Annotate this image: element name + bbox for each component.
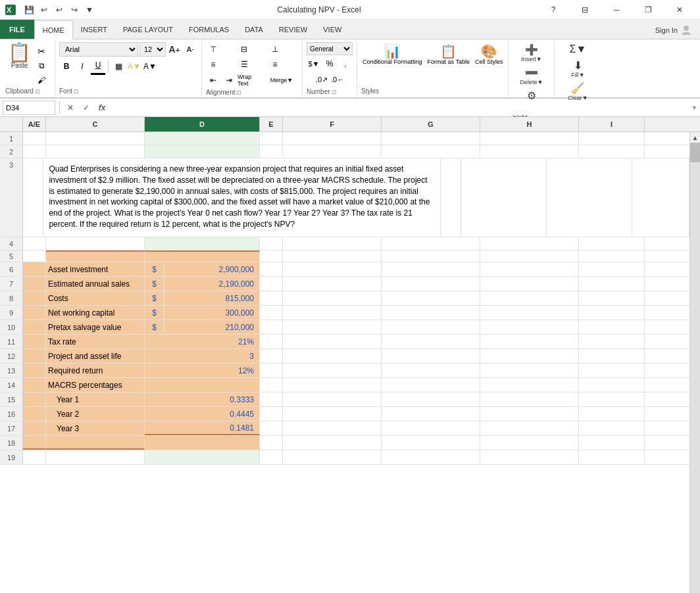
ribbon-display-button[interactable]: ⊟ [570, 0, 600, 20]
cell[interactable] [23, 349, 46, 363]
undo2-button[interactable]: ↩ [53, 3, 66, 16]
cell[interactable] [283, 237, 382, 250]
cell[interactable] [260, 364, 283, 377]
italic-button[interactable]: I [75, 59, 89, 74]
cell-value[interactable]: 815,000 [164, 291, 260, 305]
cell[interactable] [283, 450, 382, 464]
clear-button[interactable]: 🧹 Clear▼ [565, 81, 590, 103]
cell[interactable] [46, 450, 145, 464]
cell[interactable] [145, 237, 260, 250]
cell[interactable] [283, 436, 382, 450]
font-expand-icon[interactable]: ⊡ [74, 88, 79, 95]
cell-label[interactable]: Required return [46, 364, 145, 377]
cell[interactable] [382, 262, 480, 276]
cell[interactable] [382, 407, 480, 421]
fill-color-button[interactable]: A▼ [127, 59, 141, 74]
cell[interactable] [480, 378, 579, 392]
cell-label[interactable]: Year 1 [46, 392, 145, 406]
cell[interactable] [480, 392, 579, 406]
cell[interactable] [579, 262, 645, 276]
cell-label[interactable]: Pretax salvage value [46, 320, 145, 334]
cell[interactable] [382, 364, 480, 377]
cell[interactable] [382, 450, 480, 464]
scroll-up-button[interactable]: ▲ [690, 132, 701, 143]
cell[interactable] [145, 436, 260, 450]
cell[interactable] [260, 250, 283, 262]
cell[interactable] [480, 421, 579, 435]
tab-review[interactable]: REVIEW [271, 20, 315, 39]
cell[interactable] [283, 277, 382, 291]
cell[interactable] [23, 306, 46, 320]
format-as-table-button[interactable]: 📋 Format as Table [426, 42, 471, 67]
cell[interactable] [283, 250, 382, 262]
cell[interactable] [145, 450, 260, 464]
scroll-thumb[interactable] [690, 143, 700, 162]
increase-decimal-button[interactable]: .0↗ [314, 72, 329, 87]
bottom-align-button[interactable]: ⊥ [268, 42, 282, 57]
cell[interactable] [46, 436, 145, 450]
border-button[interactable]: ▦ [111, 59, 126, 74]
font-grow-button[interactable]: A+ [167, 42, 182, 57]
cell[interactable] [283, 364, 382, 377]
insert-cells-button[interactable]: ➕ Insert▼ [518, 42, 544, 64]
cell[interactable] [382, 132, 480, 145]
cell[interactable] [579, 436, 645, 450]
cell[interactable] [480, 364, 579, 377]
bold-button[interactable]: B [59, 59, 74, 74]
cell-value[interactable]: 0.1481 [145, 421, 260, 435]
cell-label[interactable]: Project and asset life [46, 349, 145, 363]
cell-value[interactable]: 210,000 [164, 320, 260, 334]
right-align-button[interactable]: ≡ [268, 57, 282, 72]
cell[interactable] [480, 436, 579, 450]
cell[interactable] [480, 291, 579, 305]
close-button[interactable]: ✕ [664, 0, 695, 20]
cell[interactable] [441, 158, 461, 237]
cell[interactable] [480, 277, 579, 291]
cell-label[interactable]: Year 3 [46, 421, 145, 435]
center-align-button[interactable]: ☰ [237, 57, 251, 72]
cell[interactable] [283, 378, 382, 392]
cell[interactable] [260, 335, 283, 348]
cell[interactable] [480, 145, 579, 158]
col-header-a[interactable]: A/E [23, 117, 46, 131]
cell-value[interactable]: 0.3333 [145, 392, 260, 406]
cell[interactable] [283, 291, 382, 305]
cell[interactable] [461, 158, 547, 237]
cell-label[interactable]: Tax rate [46, 335, 145, 348]
tab-insert[interactable]: INSERT [73, 20, 115, 39]
cell[interactable] [579, 277, 645, 291]
cell[interactable] [382, 436, 480, 450]
cut-button[interactable]: ✂ [35, 45, 48, 58]
cell[interactable] [480, 132, 579, 145]
cell[interactable] [23, 436, 46, 450]
cell[interactable]: $ [145, 306, 164, 320]
cell[interactable] [382, 145, 480, 158]
font-name-select[interactable]: Arial [59, 42, 138, 57]
cell[interactable] [23, 250, 46, 262]
cell-styles-button[interactable]: 🎨 Cell Styles [474, 42, 505, 67]
cell[interactable] [260, 349, 283, 363]
cell[interactable] [382, 335, 480, 348]
signin-button[interactable]: Sign In [647, 22, 700, 39]
minimize-button[interactable]: ─ [601, 0, 632, 20]
cell[interactable] [23, 335, 46, 348]
cell[interactable] [382, 277, 480, 291]
underline-button[interactable]: U [91, 58, 105, 75]
cell[interactable] [579, 378, 645, 392]
cell[interactable] [382, 237, 480, 250]
cell[interactable] [260, 145, 283, 158]
scroll-track[interactable] [690, 143, 700, 593]
cell[interactable] [579, 364, 645, 377]
cell[interactable] [547, 158, 632, 237]
cell-value[interactable]: 2,900,000 [164, 262, 260, 276]
cell[interactable] [23, 262, 46, 276]
formula-input[interactable] [111, 101, 689, 115]
cell[interactable] [382, 306, 480, 320]
cell[interactable] [260, 450, 283, 464]
cell-label[interactable]: Estimated annual sales [46, 277, 145, 291]
cell[interactable] [23, 450, 46, 464]
cell[interactable] [579, 306, 645, 320]
merge-center-button[interactable]: Merge▼ [265, 73, 298, 87]
cell[interactable] [480, 262, 579, 276]
cell[interactable] [23, 277, 46, 291]
